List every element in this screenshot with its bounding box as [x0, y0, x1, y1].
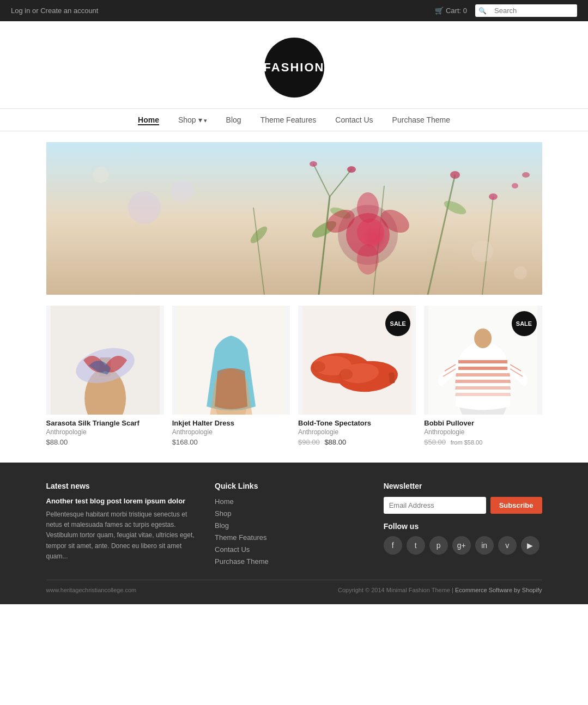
product-price-4: $58.00 from $58.00	[424, 438, 542, 446]
nav-item-purchase-theme[interactable]: Purchase Theme	[392, 116, 450, 124]
hero-container	[46, 142, 542, 295]
product-vendor-2: Anthropologie	[172, 428, 290, 436]
newsletter-email-input[interactable]	[384, 497, 486, 514]
nav-wrapper: Home Shop ▾ Blog Theme Features Contact …	[0, 108, 588, 131]
svg-point-15	[489, 193, 498, 200]
create-account-link[interactable]: Create an account	[40, 7, 98, 15]
nav-item-home[interactable]: Home	[138, 116, 159, 124]
footer-link-purchase-theme[interactable]: Purchase Theme	[215, 557, 367, 566]
social-googleplus[interactable]: g+	[452, 536, 471, 555]
social-vimeo[interactable]: v	[498, 536, 517, 555]
svg-point-28	[471, 240, 493, 262]
svg-point-48	[312, 361, 325, 372]
price-original-4: $58.00	[424, 438, 446, 446]
product-image-1	[46, 306, 164, 415]
footer-news-heading: Latest news	[46, 482, 199, 490]
svg-point-25	[128, 191, 161, 224]
nav-item-contact-us[interactable]: Contact Us	[335, 116, 373, 124]
follow-us: Follow us f t p g+ in v ▶	[384, 522, 542, 555]
product-title-1: Sarasota Silk Triangle Scarf	[46, 419, 164, 427]
svg-rect-0	[46, 142, 542, 295]
footer-link-home[interactable]: Home	[215, 497, 367, 506]
nav-item-blog[interactable]: Blog	[226, 116, 241, 124]
footer-link-contact-us[interactable]: Contact Us	[215, 545, 367, 554]
sale-badge-3: SALE	[385, 311, 410, 336]
shopify-link[interactable]: Ecommerce Software by Shopify	[455, 587, 542, 593]
product-title-3: Bold-Tone Spectators	[298, 419, 416, 427]
svg-point-14	[450, 171, 460, 179]
product-card-2[interactable]: Inkjet Halter Dress Anthropologie $168.0…	[172, 306, 290, 446]
nav-item-shop[interactable]: Shop ▾	[178, 116, 207, 124]
footer-newsletter-follow: Newsletter Subscribe Follow us f t p g+ …	[384, 482, 542, 569]
nav-item-theme-features[interactable]: Theme Features	[260, 116, 317, 124]
svg-point-24	[357, 244, 379, 275]
product-card-3[interactable]: SALE Bold-Tone Spectators Anthropologi	[298, 306, 416, 446]
svg-point-26	[172, 180, 193, 202]
product-image-2	[172, 306, 290, 415]
cart-link[interactable]: 🛒 Cart: 0	[435, 7, 467, 15]
footer-link-theme-features[interactable]: Theme Features	[215, 533, 367, 542]
hero-svg	[46, 142, 542, 295]
svg-point-13	[310, 161, 317, 167]
svg-point-29	[514, 266, 527, 279]
product-vendor-3: Anthropologie	[298, 428, 416, 436]
subscribe-button[interactable]: Subscribe	[490, 497, 542, 514]
product-title-4: Bobbi Pullover	[424, 419, 542, 427]
product-image-3: SALE	[298, 306, 416, 415]
social-twitter[interactable]: t	[407, 536, 425, 555]
cart-label: Cart: 0	[446, 7, 467, 15]
login-link[interactable]: Log in	[11, 7, 30, 15]
sale-badge-4: SALE	[512, 311, 537, 336]
svg-point-27	[93, 167, 109, 183]
footer-quick-links: Quick Links Home Shop Blog Theme Feature…	[215, 482, 367, 569]
search-input[interactable]	[490, 4, 577, 17]
top-bar-right: 🛒 Cart: 0 🔍	[435, 4, 577, 17]
follow-us-heading: Follow us	[384, 522, 542, 531]
logo-section: FASHION	[0, 21, 588, 108]
price-sale-3: $88.00	[324, 438, 346, 446]
svg-rect-53	[389, 372, 395, 384]
svg-point-20	[357, 218, 384, 246]
newsletter-row: Subscribe	[384, 497, 542, 514]
svg-point-12	[347, 166, 356, 173]
footer-newsletter-heading: Newsletter	[384, 482, 542, 490]
price-original-3: $98.00	[298, 438, 320, 446]
footer-inner: Latest news Another test blog post lorem…	[46, 482, 542, 569]
footer-news-body: Pellentesque habitant morbi tristique se…	[46, 509, 199, 562]
svg-point-21	[357, 192, 379, 223]
product-price-3: $98.00 $88.00	[298, 438, 416, 446]
svg-point-17	[512, 183, 518, 189]
search-icon: 🔍	[475, 5, 490, 17]
product-vendor-1: Anthropologie	[46, 428, 164, 436]
social-facebook[interactable]: f	[384, 536, 402, 555]
main-nav: Home Shop ▾ Blog Theme Features Contact …	[0, 109, 588, 131]
products-grid: Sarasota Silk Triangle Scarf Anthropolog…	[46, 306, 542, 446]
social-youtube[interactable]: ▶	[521, 536, 539, 555]
footer: Latest news Another test blog post lorem…	[0, 463, 588, 604]
footer-news-post-title[interactable]: Another test blog post lorem ipsum dolor	[46, 497, 199, 505]
social-instagram[interactable]: in	[475, 536, 494, 555]
top-bar-login: Log in or Create an account	[11, 7, 98, 15]
footer-copyright: Copyright © 2014 Minimal Fashion Theme |…	[338, 587, 542, 593]
product-image-4: SALE	[424, 306, 542, 415]
svg-point-39	[221, 343, 241, 356]
product-card-1[interactable]: Sarasota Silk Triangle Scarf Anthropolog…	[46, 306, 164, 446]
product-card-4[interactable]: SALE	[424, 306, 542, 446]
social-pinterest[interactable]: p	[429, 536, 448, 555]
footer-link-shop[interactable]: Shop	[215, 509, 367, 518]
footer-link-blog[interactable]: Blog	[215, 521, 367, 530]
logo[interactable]: FASHION	[264, 38, 324, 98]
social-icons: f t p g+ in v ▶	[384, 536, 542, 555]
footer-quick-links-heading: Quick Links	[215, 482, 367, 490]
search-box[interactable]: 🔍	[475, 4, 577, 17]
price-from-4: from $58.00	[451, 439, 483, 446]
svg-point-62	[474, 329, 492, 348]
svg-point-16	[522, 172, 530, 178]
hero-banner	[46, 142, 542, 295]
svg-point-52	[340, 369, 353, 380]
hero-image	[46, 142, 542, 295]
product-price-2: $168.00	[172, 438, 290, 446]
product-title-2: Inkjet Halter Dress	[172, 419, 290, 427]
product-vendor-4: Anthropologie	[424, 428, 542, 436]
top-bar: Log in or Create an account 🛒 Cart: 0 🔍	[0, 0, 588, 21]
